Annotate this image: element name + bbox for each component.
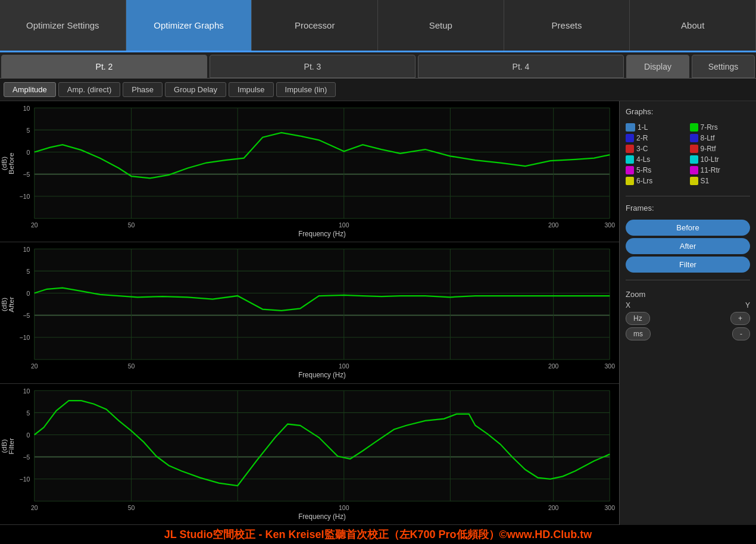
legend-5Rs[interactable]: 5-Rs	[626, 166, 686, 174]
legend-S1[interactable]: S1	[690, 177, 751, 185]
zoom-section: Zoom X Y Hz + ms -	[626, 290, 750, 343]
chart-before: 10 5 0 −5 −10 20 50 100 200 300 Frequenc…	[0, 101, 619, 242]
view-tabs: Display Settings	[625, 52, 756, 78]
frame-btn-filter[interactable]: Filter	[626, 257, 750, 273]
chart-after: 10 5 0 −5 −10 20 50 100 200 300 Frequenc…	[0, 242, 619, 383]
legend-label-10Ltr: 10-Ltr	[701, 155, 719, 164]
svg-text:0: 0	[27, 290, 30, 297]
svg-text:5: 5	[27, 127, 30, 134]
svg-text:100: 100	[339, 221, 349, 228]
svg-text:5: 5	[27, 409, 30, 416]
zoom-plus-btn[interactable]: +	[730, 312, 750, 325]
svg-rect-29	[35, 249, 610, 360]
legend-11Rtr[interactable]: 11-Rtr	[690, 166, 751, 174]
legend-9Rtf[interactable]: 9-Rtf	[690, 145, 751, 153]
svg-text:100: 100	[339, 504, 349, 511]
nav-tab-optimizer-graphs[interactable]: Optimizer Graphs	[126, 0, 252, 51]
legend-label-8Ltf: 8-Ltf	[701, 134, 715, 142]
svg-text:200: 200	[548, 504, 559, 511]
nav-tab-optimizer-settings[interactable]: Optimizer Settings	[0, 0, 126, 51]
point-tabs: Pt. 2 Pt. 3 Pt. 4	[0, 52, 625, 78]
tab-settings[interactable]: Settings	[692, 55, 755, 78]
sub-navigation: Pt. 2 Pt. 3 Pt. 4 Display Settings	[0, 52, 756, 79]
svg-text:−10: −10	[20, 476, 30, 483]
zoom-label: Zoom	[626, 290, 750, 299]
svg-text:−5: −5	[23, 171, 30, 178]
svg-text:200: 200	[548, 362, 559, 370]
nav-tab-about[interactable]: About	[630, 0, 756, 51]
zoom-minus-btn[interactable]: -	[732, 327, 750, 340]
tab-impulse[interactable]: Impulse	[229, 82, 274, 97]
svg-text:Before: Before	[7, 152, 15, 174]
svg-text:Frequency (Hz): Frequency (Hz)	[298, 230, 346, 238]
legend-label-1L: 1-L	[638, 123, 648, 132]
top-navigation: Optimizer Settings Optimizer Graphs Proc…	[0, 0, 756, 52]
svg-text:0: 0	[27, 431, 30, 438]
svg-text:300: 300	[604, 221, 615, 228]
svg-text:−5: −5	[23, 312, 30, 319]
svg-text:0: 0	[27, 149, 30, 156]
tab-group-delay[interactable]: Group Delay	[165, 82, 226, 97]
legend-6Lrs[interactable]: 6-Lrs	[626, 177, 686, 185]
legend-label-6Lrs: 6-Lrs	[636, 177, 652, 185]
legend-label-9Rtf: 9-Rtf	[701, 145, 716, 153]
svg-text:200: 200	[548, 221, 559, 228]
zoom-x-label: X	[626, 301, 630, 309]
legend-dot-6Lrs	[626, 177, 634, 185]
svg-text:20: 20	[31, 221, 38, 228]
legend-dot-8Ltf	[690, 134, 698, 142]
legend-label-11Rtr: 11-Rtr	[701, 166, 720, 174]
svg-text:50: 50	[128, 504, 135, 511]
charts-area: 10 5 0 −5 −10 20 50 100 200 300 Frequenc…	[0, 101, 619, 525]
svg-text:300: 300	[604, 362, 615, 370]
divider-2	[626, 280, 750, 280]
svg-text:(dB): (dB)	[0, 439, 8, 453]
svg-text:20: 20	[31, 362, 38, 370]
nav-tab-setup[interactable]: Setup	[378, 0, 504, 51]
tab-pt4[interactable]: Pt. 4	[418, 55, 624, 78]
zoom-hz-plus-row: Hz +	[626, 312, 750, 325]
svg-text:100: 100	[339, 362, 349, 370]
legend-dot-3C	[626, 145, 634, 153]
nav-tab-processor[interactable]: Processor	[252, 0, 378, 51]
frames-label: Frames:	[626, 204, 750, 212]
tab-impulse-lin[interactable]: Impulse (lin)	[276, 82, 336, 97]
legend-4Ls[interactable]: 4-Ls	[626, 155, 686, 164]
legend-8Ltf[interactable]: 8-Ltf	[690, 134, 751, 142]
main-layout: 10 5 0 −5 −10 20 50 100 200 300 Frequenc…	[0, 101, 756, 525]
legend-dot-11Rtr	[690, 166, 698, 174]
svg-text:Frequency (Hz): Frequency (Hz)	[298, 512, 346, 521]
graph-type-tabs: Amplitude Amp. (direct) Phase Group Dela…	[0, 79, 756, 101]
tab-amplitude[interactable]: Amplitude	[4, 82, 56, 97]
legend-10Ltr[interactable]: 10-Ltr	[690, 155, 751, 164]
legend-dot-S1	[690, 177, 698, 185]
svg-text:20: 20	[31, 504, 38, 511]
legend-label-5Rs: 5-Rs	[636, 166, 651, 174]
legend-1L[interactable]: 1-L	[626, 123, 686, 132]
tab-amp-direct[interactable]: Amp. (direct)	[58, 82, 120, 97]
zoom-ms-btn[interactable]: ms	[626, 327, 651, 340]
legend-3C[interactable]: 3-C	[626, 145, 686, 153]
svg-text:(dB): (dB)	[0, 157, 8, 170]
svg-text:−5: −5	[23, 453, 30, 460]
zoom-hz-btn[interactable]: Hz	[626, 312, 650, 325]
svg-text:300: 300	[604, 504, 615, 511]
legend-2R[interactable]: 2-R	[626, 134, 686, 142]
tab-pt2[interactable]: Pt. 2	[1, 55, 207, 78]
nav-tab-presets[interactable]: Presets	[504, 0, 630, 51]
legend-7Rrs[interactable]: 7-Rrs	[690, 123, 751, 132]
tab-pt3[interactable]: Pt. 3	[210, 55, 416, 78]
tab-display[interactable]: Display	[626, 55, 689, 78]
svg-text:(dB): (dB)	[0, 298, 8, 311]
zoom-y-label: Y	[745, 301, 750, 309]
svg-text:10: 10	[23, 104, 30, 111]
tab-phase[interactable]: Phase	[123, 82, 163, 97]
right-panel: Graphs: 1-L 7-Rrs 2-R 8-Ltf	[619, 101, 756, 525]
legend-dot-9Rtf	[690, 145, 698, 153]
frame-btn-before[interactable]: Before	[626, 220, 750, 236]
legend-label-2R: 2-R	[636, 134, 648, 142]
svg-rect-1	[35, 108, 610, 218]
legend-label-S1: S1	[701, 177, 710, 185]
zoom-ms-minus-row: ms -	[626, 327, 750, 340]
frame-btn-after[interactable]: After	[626, 238, 750, 254]
